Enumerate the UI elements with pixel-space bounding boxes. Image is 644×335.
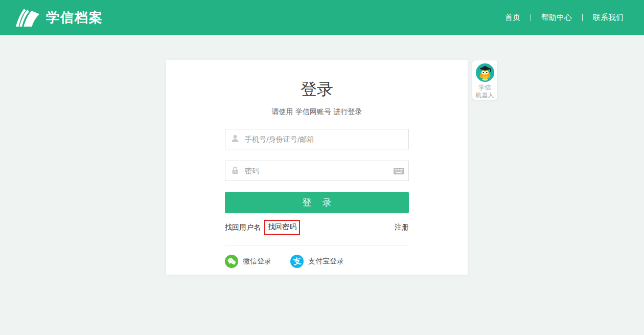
robot-label: 学信 机器人 xyxy=(476,84,494,99)
account-links-row: 找回用户名 找回密码 注册 xyxy=(225,220,409,235)
user-icon xyxy=(231,134,240,143)
top-header: 学信档案 首页 帮助中心 联系我们 xyxy=(0,0,644,35)
social-divider xyxy=(225,245,409,246)
brand-logo[interactable]: 学信档案 xyxy=(13,7,103,28)
recover-password-link[interactable]: 找回密码 xyxy=(268,222,296,231)
lock-icon xyxy=(231,166,240,175)
username-input[interactable] xyxy=(225,129,409,149)
login-subtitle: 请使用 学信网账号 进行登录 xyxy=(166,107,468,117)
chsi-robot-widget[interactable]: 学信 机器人 xyxy=(472,60,498,100)
subtitle-suffix: 进行登录 xyxy=(331,107,362,116)
nav-contact-us-link[interactable]: 联系我们 xyxy=(592,11,625,25)
login-form: 登 录 找回用户名 找回密码 注册 xyxy=(225,129,409,268)
subtitle-prefix: 请使用 xyxy=(272,107,295,116)
nav-divider xyxy=(531,14,531,21)
nav-divider xyxy=(582,14,583,21)
wechat-icon xyxy=(225,255,238,268)
login-title: 登录 xyxy=(166,60,468,101)
password-field-wrap xyxy=(225,161,409,181)
password-input[interactable] xyxy=(225,161,409,181)
robot-label-line2: 机器人 xyxy=(476,92,494,99)
wechat-login-label: 微信登录 xyxy=(243,257,271,266)
username-field-wrap xyxy=(225,129,409,149)
robot-label-line1: 学信 xyxy=(476,84,494,92)
recover-password-highlight: 找回密码 xyxy=(264,220,300,235)
social-login-row: 微信登录 支 支付宝登录 xyxy=(225,255,409,268)
register-link[interactable]: 注册 xyxy=(395,223,409,232)
recover-username-link[interactable]: 找回用户名 xyxy=(225,223,261,232)
virtual-keyboard-icon[interactable] xyxy=(393,166,404,176)
nav-home-link[interactable]: 首页 xyxy=(504,11,521,25)
nav-help-center-link[interactable]: 帮助中心 xyxy=(540,11,573,25)
header-nav: 首页 帮助中心 联系我们 xyxy=(504,11,625,25)
robot-avatar xyxy=(475,63,495,82)
chsi-pages-logo-icon xyxy=(13,7,40,28)
brand-title: 学信档案 xyxy=(46,9,103,27)
alipay-login-button[interactable]: 支 支付宝登录 xyxy=(290,255,344,268)
login-card: 登录 请使用 学信网账号 进行登录 xyxy=(166,60,468,275)
alipay-glyph: 支 xyxy=(292,256,301,267)
login-submit-button[interactable]: 登 录 xyxy=(225,192,409,213)
wechat-login-button[interactable]: 微信登录 xyxy=(225,255,271,268)
alipay-icon: 支 xyxy=(290,255,304,268)
alipay-login-label: 支付宝登录 xyxy=(308,257,344,266)
chsi-account-link[interactable]: 学信网账号 xyxy=(295,107,331,116)
